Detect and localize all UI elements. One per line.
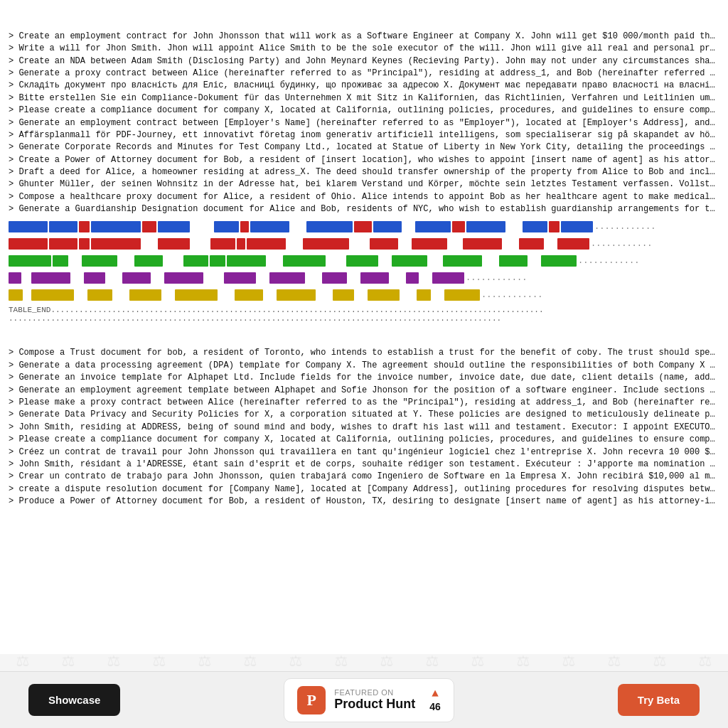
product-hunt-badge[interactable]: P FEATURED ON Product Hunt ▲ 46 bbox=[284, 678, 454, 722]
separator-dots: ........................................… bbox=[9, 314, 719, 323]
text-line: > Bitte erstellen Sie ein Compliance-Dok… bbox=[9, 92, 719, 105]
featured-on-label: FEATURED ON bbox=[334, 688, 415, 697]
text-lines-bottom: > Compose a Trust document for bob, a re… bbox=[9, 323, 719, 508]
vote-count: 46 bbox=[429, 701, 441, 712]
text-line: > Affärsplanmall för PDF-Journey, ett in… bbox=[9, 129, 719, 141]
upvote-arrow-icon: ▲ bbox=[432, 688, 439, 700]
block-row-2: ............ bbox=[9, 236, 719, 252]
text-line: > Compose a healthcare proxy document fo… bbox=[9, 191, 719, 203]
text-line: > Generate a data processing agreement (… bbox=[9, 360, 719, 372]
text-line: > Generate an employment agreement templ… bbox=[9, 385, 719, 397]
block-row-3: ............ bbox=[9, 253, 719, 269]
text-line: > Compose a Trust document for bob, a re… bbox=[9, 347, 719, 359]
text-line: > Please create a compliance document fo… bbox=[9, 105, 719, 117]
text-line: > Please make a proxy contract between A… bbox=[9, 397, 719, 409]
text-line: > Draft a deed for Alice, a homeowner re… bbox=[9, 166, 719, 178]
product-hunt-text: FEATURED ON Product Hunt bbox=[334, 688, 415, 712]
table-end-line: TABLE_END...............................… bbox=[9, 306, 719, 314]
text-line: > Generate an invoice template for Alpha… bbox=[9, 372, 719, 384]
text-line: > Create an NDA between Adam Smith (Disc… bbox=[9, 55, 719, 68]
block-row-5: ............ bbox=[9, 287, 719, 303]
text-line: > Créez un contrat de travail pour John … bbox=[9, 446, 719, 459]
bottom-bar: Showcase P FEATURED ON Product Hunt ▲ 46… bbox=[0, 671, 728, 728]
text-line: > Generate Data Privacy and Security Pol… bbox=[9, 409, 719, 421]
text-line: > Generate an employment contract betwee… bbox=[9, 117, 719, 129]
text-line: > Create an employment contract for John… bbox=[9, 31, 719, 43]
text-line: > Generate a proxy contract between Alic… bbox=[9, 68, 719, 80]
text-line: > John Smith, residing at ADDRESS, being… bbox=[9, 422, 719, 434]
block-row-1: ............ bbox=[9, 219, 719, 235]
text-line: > create a dispute resolution document f… bbox=[9, 483, 719, 496]
text-line: > Crear un contrato de trabajo para John… bbox=[9, 471, 719, 483]
text-line: > Create a Power of Attorney document fo… bbox=[9, 154, 719, 166]
block-row-4: ............ bbox=[9, 270, 719, 286]
text-line: > Please create a compliance document fo… bbox=[9, 434, 719, 446]
text-lines-top: > Create an employment contract for John… bbox=[9, 6, 719, 216]
text-line: > Складіть документ про власність для Ел… bbox=[9, 80, 719, 92]
text-line: > Ghunter Müller, der seinen Wohnsitz in… bbox=[9, 178, 719, 191]
main-content: > Create an employment contract for John… bbox=[0, 0, 728, 654]
product-hunt-logo: P bbox=[297, 686, 326, 714]
text-line: > Write a will for Jhon Smith. Jhon will… bbox=[9, 43, 719, 55]
text-line: > John Smith, résidant à l'ADRESSE, étan… bbox=[9, 459, 719, 471]
blocks-visualization: ............ ............ bbox=[9, 219, 719, 303]
text-line: > Generate a Guardianship Designation do… bbox=[9, 203, 719, 215]
text-line: > Generate Corporate Records and Minutes… bbox=[9, 141, 719, 154]
showcase-button[interactable]: Showcase bbox=[28, 684, 120, 716]
vote-counter: ▲ 46 bbox=[429, 688, 441, 712]
product-hunt-name: Product Hunt bbox=[334, 697, 415, 712]
text-line: > Produce a Power of Attorney document f… bbox=[9, 496, 719, 508]
try-beta-button[interactable]: Try Beta bbox=[618, 684, 700, 716]
